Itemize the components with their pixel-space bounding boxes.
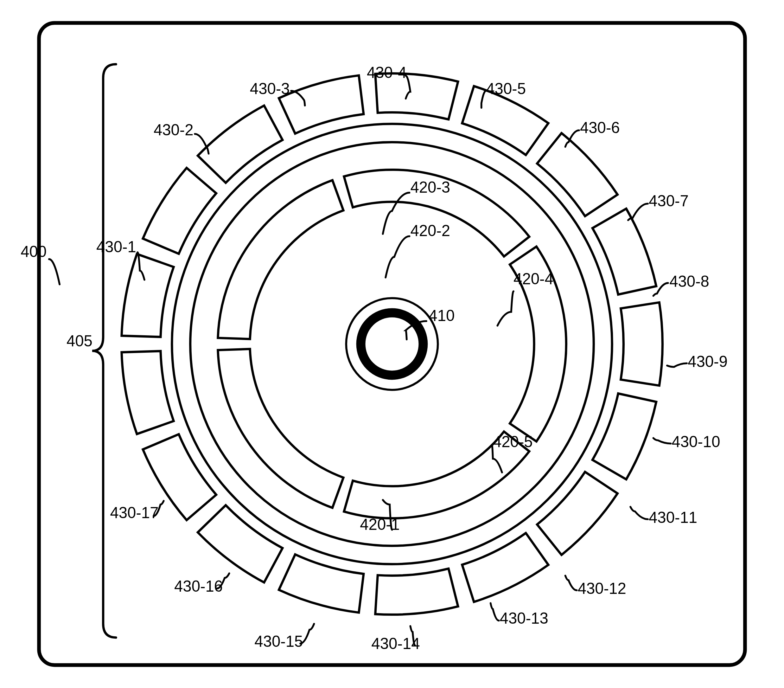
outer-segment — [279, 76, 363, 134]
brace-405 — [92, 64, 116, 638]
label-430-15: 430-15 — [254, 632, 303, 650]
outer-segment — [537, 133, 618, 216]
leader-430-7 — [628, 204, 648, 220]
mid-circle-2 — [172, 124, 612, 564]
outer-segment — [122, 254, 174, 337]
leader-430-11 — [630, 507, 648, 519]
leader-430-5 — [481, 91, 486, 108]
label-410: 410 — [428, 307, 455, 324]
label-430-4: 430-4 — [367, 64, 407, 81]
label-420-3: 420-3 — [410, 178, 450, 196]
label-430-14: 430-14 — [371, 635, 420, 652]
center-ring — [361, 313, 423, 375]
leader-430-13 — [491, 603, 499, 620]
label-400: 400 — [21, 243, 46, 260]
leader-420-2 — [385, 236, 409, 277]
leader-430-12 — [565, 576, 577, 590]
leader-420-4 — [497, 291, 514, 326]
outer-segment — [143, 168, 216, 254]
label-420-5: 420-5 — [493, 433, 533, 450]
outer-segment — [376, 569, 458, 614]
leader-400 — [49, 259, 59, 285]
outer-segment — [122, 351, 174, 434]
label-430-2: 430-2 — [154, 121, 194, 139]
label-430-10: 430-10 — [672, 433, 720, 450]
leader-420-3 — [383, 193, 410, 234]
patent-figure: 400405410420-1420-2420-3420-4420-5430-14… — [0, 0, 784, 688]
label-430-7: 430-7 — [649, 192, 688, 210]
label-430-16: 430-16 — [174, 577, 223, 595]
label-405: 405 — [66, 332, 92, 350]
label-430-11: 430-11 — [649, 509, 697, 526]
outer-segment — [198, 106, 283, 183]
label-430-1: 430-1 — [96, 238, 136, 256]
outer-segment — [279, 554, 363, 612]
figure-frame — [39, 23, 745, 665]
label-430-3: 430-3 — [250, 80, 290, 97]
inner-segment — [218, 349, 343, 508]
label-420-1: 420-1 — [360, 516, 400, 533]
outer-segment — [537, 472, 618, 555]
label-430-12: 430-12 — [578, 580, 626, 597]
label-430-5: 430-5 — [486, 80, 526, 97]
outer-segment — [198, 505, 283, 582]
leader-430-9 — [667, 363, 687, 367]
label-430-6: 430-6 — [580, 119, 620, 136]
label-430-8: 430-8 — [669, 272, 709, 290]
label-430-13: 430-13 — [500, 609, 548, 627]
inner-segment — [218, 180, 343, 339]
outer-segment — [621, 302, 663, 385]
label-430-9: 430-9 — [688, 353, 728, 370]
leader-430-10 — [653, 438, 670, 443]
label-420-2: 420-2 — [410, 222, 450, 239]
label-420-4: 420-4 — [514, 270, 553, 287]
outer-segment — [462, 533, 548, 602]
label-430-17: 430-17 — [110, 504, 158, 521]
